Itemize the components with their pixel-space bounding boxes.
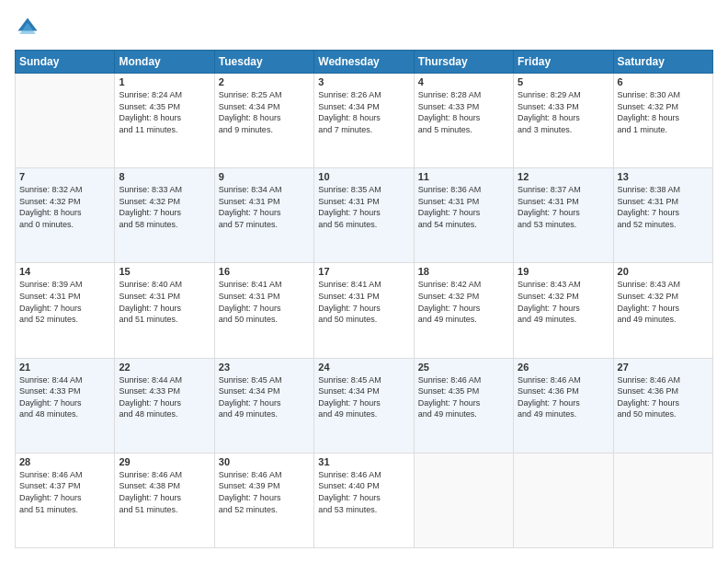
- day-cell: 23Sunrise: 8:45 AM Sunset: 4:34 PM Dayli…: [214, 358, 313, 453]
- day-number: 10: [318, 171, 409, 182]
- day-cell: [514, 453, 613, 547]
- day-info: Sunrise: 8:45 AM Sunset: 4:34 PM Dayligh…: [318, 374, 409, 420]
- day-cell: 30Sunrise: 8:46 AM Sunset: 4:39 PM Dayli…: [214, 453, 313, 547]
- day-cell: 5Sunrise: 8:29 AM Sunset: 4:33 PM Daylig…: [514, 74, 613, 168]
- logo-icon: [15, 15, 40, 40]
- day-info: Sunrise: 8:46 AM Sunset: 4:36 PM Dayligh…: [618, 374, 709, 420]
- day-cell: 24Sunrise: 8:45 AM Sunset: 4:34 PM Dayli…: [314, 358, 414, 453]
- day-number: 23: [219, 362, 310, 373]
- day-number: 29: [119, 456, 210, 467]
- day-number: 13: [618, 171, 709, 182]
- day-info: Sunrise: 8:41 AM Sunset: 4:31 PM Dayligh…: [219, 279, 310, 325]
- day-number: 12: [518, 171, 609, 182]
- calendar-table: SundayMondayTuesdayWednesdayThursdayFrid…: [15, 50, 713, 548]
- day-info: Sunrise: 8:32 AM Sunset: 4:32 PM Dayligh…: [19, 184, 110, 230]
- day-cell: 6Sunrise: 8:30 AM Sunset: 4:32 PM Daylig…: [613, 74, 712, 168]
- week-row-1: 1Sunrise: 8:24 AM Sunset: 4:35 PM Daylig…: [16, 74, 713, 168]
- day-cell: 21Sunrise: 8:44 AM Sunset: 4:33 PM Dayli…: [16, 358, 115, 453]
- day-cell: 29Sunrise: 8:46 AM Sunset: 4:38 PM Dayli…: [115, 453, 214, 547]
- weekday-header-row: SundayMondayTuesdayWednesdayThursdayFrid…: [16, 51, 713, 74]
- day-cell: 12Sunrise: 8:37 AM Sunset: 4:31 PM Dayli…: [514, 168, 613, 263]
- day-cell: 28Sunrise: 8:46 AM Sunset: 4:37 PM Dayli…: [16, 453, 115, 547]
- day-number: 22: [119, 362, 210, 373]
- day-info: Sunrise: 8:43 AM Sunset: 4:32 PM Dayligh…: [618, 279, 709, 325]
- day-number: 18: [418, 266, 509, 277]
- page: SundayMondayTuesdayWednesdayThursdayFrid…: [0, 0, 728, 563]
- day-number: 11: [418, 171, 509, 182]
- day-info: Sunrise: 8:25 AM Sunset: 4:34 PM Dayligh…: [219, 89, 310, 135]
- day-info: Sunrise: 8:37 AM Sunset: 4:31 PM Dayligh…: [518, 184, 609, 230]
- day-cell: [414, 453, 513, 547]
- day-number: 19: [518, 266, 609, 277]
- day-info: Sunrise: 8:41 AM Sunset: 4:31 PM Dayligh…: [318, 279, 409, 325]
- day-number: 20: [618, 266, 709, 277]
- day-cell: 15Sunrise: 8:40 AM Sunset: 4:31 PM Dayli…: [115, 263, 214, 358]
- day-info: Sunrise: 8:43 AM Sunset: 4:32 PM Dayligh…: [518, 279, 609, 325]
- week-row-5: 28Sunrise: 8:46 AM Sunset: 4:37 PM Dayli…: [16, 453, 713, 547]
- day-number: 3: [318, 76, 409, 87]
- week-row-2: 7Sunrise: 8:32 AM Sunset: 4:32 PM Daylig…: [16, 168, 713, 263]
- day-cell: 17Sunrise: 8:41 AM Sunset: 4:31 PM Dayli…: [314, 263, 414, 358]
- weekday-header-monday: Monday: [115, 51, 214, 74]
- day-cell: [16, 74, 115, 168]
- day-number: 24: [318, 362, 409, 373]
- day-number: 14: [19, 266, 110, 277]
- day-number: 8: [119, 171, 210, 182]
- day-cell: 4Sunrise: 8:28 AM Sunset: 4:33 PM Daylig…: [414, 74, 513, 168]
- day-cell: 25Sunrise: 8:46 AM Sunset: 4:35 PM Dayli…: [414, 358, 513, 453]
- day-number: 26: [518, 362, 609, 373]
- day-number: 16: [219, 266, 310, 277]
- day-info: Sunrise: 8:44 AM Sunset: 4:33 PM Dayligh…: [119, 374, 210, 420]
- day-info: Sunrise: 8:46 AM Sunset: 4:37 PM Dayligh…: [19, 469, 110, 515]
- day-number: 21: [19, 362, 110, 373]
- day-info: Sunrise: 8:24 AM Sunset: 4:35 PM Dayligh…: [119, 89, 210, 135]
- day-number: 4: [418, 76, 509, 87]
- day-cell: 9Sunrise: 8:34 AM Sunset: 4:31 PM Daylig…: [214, 168, 313, 263]
- day-info: Sunrise: 8:28 AM Sunset: 4:33 PM Dayligh…: [418, 89, 509, 135]
- weekday-header-wednesday: Wednesday: [314, 51, 414, 74]
- day-cell: 10Sunrise: 8:35 AM Sunset: 4:31 PM Dayli…: [314, 168, 414, 263]
- day-info: Sunrise: 8:45 AM Sunset: 4:34 PM Dayligh…: [219, 374, 310, 420]
- day-number: 17: [318, 266, 409, 277]
- day-number: 28: [19, 456, 110, 467]
- day-info: Sunrise: 8:44 AM Sunset: 4:33 PM Dayligh…: [19, 374, 110, 420]
- day-number: 1: [119, 76, 210, 87]
- day-info: Sunrise: 8:33 AM Sunset: 4:32 PM Dayligh…: [119, 184, 210, 230]
- day-cell: 14Sunrise: 8:39 AM Sunset: 4:31 PM Dayli…: [16, 263, 115, 358]
- day-info: Sunrise: 8:38 AM Sunset: 4:31 PM Dayligh…: [618, 184, 709, 230]
- day-cell: 27Sunrise: 8:46 AM Sunset: 4:36 PM Dayli…: [613, 358, 712, 453]
- day-cell: 16Sunrise: 8:41 AM Sunset: 4:31 PM Dayli…: [214, 263, 313, 358]
- weekday-header-sunday: Sunday: [16, 51, 115, 74]
- day-cell: 8Sunrise: 8:33 AM Sunset: 4:32 PM Daylig…: [115, 168, 214, 263]
- header: [15, 15, 713, 40]
- day-number: 30: [219, 456, 310, 467]
- day-number: 15: [119, 266, 210, 277]
- day-info: Sunrise: 8:39 AM Sunset: 4:31 PM Dayligh…: [19, 279, 110, 325]
- day-cell: 18Sunrise: 8:42 AM Sunset: 4:32 PM Dayli…: [414, 263, 513, 358]
- day-cell: 31Sunrise: 8:46 AM Sunset: 4:40 PM Dayli…: [314, 453, 414, 547]
- day-cell: 11Sunrise: 8:36 AM Sunset: 4:31 PM Dayli…: [414, 168, 513, 263]
- day-info: Sunrise: 8:29 AM Sunset: 4:33 PM Dayligh…: [518, 89, 609, 135]
- week-row-3: 14Sunrise: 8:39 AM Sunset: 4:31 PM Dayli…: [16, 263, 713, 358]
- weekday-header-friday: Friday: [514, 51, 613, 74]
- day-info: Sunrise: 8:46 AM Sunset: 4:38 PM Dayligh…: [119, 469, 210, 515]
- day-number: 7: [19, 171, 110, 182]
- day-cell: 22Sunrise: 8:44 AM Sunset: 4:33 PM Dayli…: [115, 358, 214, 453]
- day-number: 31: [318, 456, 409, 467]
- weekday-header-saturday: Saturday: [613, 51, 712, 74]
- day-info: Sunrise: 8:34 AM Sunset: 4:31 PM Dayligh…: [219, 184, 310, 230]
- day-cell: 26Sunrise: 8:46 AM Sunset: 4:36 PM Dayli…: [514, 358, 613, 453]
- day-info: Sunrise: 8:35 AM Sunset: 4:31 PM Dayligh…: [318, 184, 409, 230]
- day-cell: 19Sunrise: 8:43 AM Sunset: 4:32 PM Dayli…: [514, 263, 613, 358]
- day-cell: [613, 453, 712, 547]
- day-cell: 1Sunrise: 8:24 AM Sunset: 4:35 PM Daylig…: [115, 74, 214, 168]
- day-info: Sunrise: 8:46 AM Sunset: 4:36 PM Dayligh…: [518, 374, 609, 420]
- day-cell: 7Sunrise: 8:32 AM Sunset: 4:32 PM Daylig…: [16, 168, 115, 263]
- day-info: Sunrise: 8:42 AM Sunset: 4:32 PM Dayligh…: [418, 279, 509, 325]
- day-info: Sunrise: 8:46 AM Sunset: 4:40 PM Dayligh…: [318, 469, 409, 515]
- week-row-4: 21Sunrise: 8:44 AM Sunset: 4:33 PM Dayli…: [16, 358, 713, 453]
- logo: [15, 15, 44, 40]
- day-cell: 20Sunrise: 8:43 AM Sunset: 4:32 PM Dayli…: [613, 263, 712, 358]
- day-number: 6: [618, 76, 709, 87]
- day-info: Sunrise: 8:30 AM Sunset: 4:32 PM Dayligh…: [618, 89, 709, 135]
